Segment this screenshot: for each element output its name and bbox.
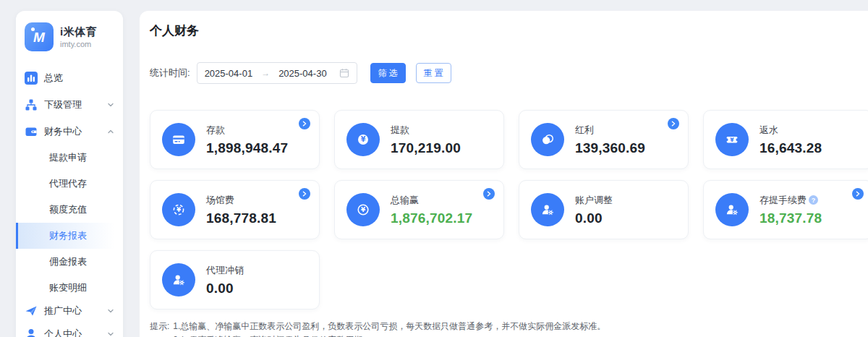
chevron-up-icon [107, 128, 114, 135]
page-title: 个人财务 [150, 22, 868, 39]
stat-card-venue-fee: ¥场馆费168,778.81 [150, 180, 320, 239]
date-range-input[interactable]: 2025-04-01 → 2025-04-30 [197, 62, 357, 84]
sidebar-subitem-2[interactable]: 额度充值 [16, 197, 123, 223]
card-value: 1,898,948.47 [206, 140, 288, 156]
chevron-right-icon[interactable] [299, 188, 310, 200]
sidebar-subitem-0[interactable]: 提款申请 [16, 145, 123, 171]
sidebar-item-label: 财务中心 [44, 125, 82, 138]
wallet-icon [25, 125, 38, 138]
stat-cards: 存款1,898,948.47¥提款170,219.00红利139,360.69¥… [150, 110, 868, 310]
sidebar-item-label: 个人中心 [44, 328, 82, 337]
stat-card-handling-fee: 存提手续费?18,737.78 [703, 180, 868, 239]
sidebar-subitem-4[interactable]: 佣金报表 [16, 249, 123, 275]
stat-card-bonus: 红利139,360.69 [519, 110, 689, 169]
brand-logo[interactable]: M i米体育 imty.com [16, 11, 123, 59]
coins-icon [531, 123, 564, 156]
card-label: 红利 [575, 124, 645, 137]
filter-bar: 统计时间: 2025-04-01 → 2025-04-30 筛选 重置 [150, 62, 868, 84]
range-arrow-icon: → [261, 68, 270, 78]
card-value: 0.00 [575, 210, 613, 226]
chevron-down-icon [107, 330, 114, 337]
chevron-right-icon[interactable] [299, 118, 310, 129]
help-icon[interactable]: ? [809, 195, 818, 205]
card-value: 0.00 [206, 281, 244, 297]
sidebar: M i米体育 imty.com 总览 下级管理 财务中心 [16, 11, 123, 337]
user-gear-icon [162, 263, 195, 297]
svg-text:¥: ¥ [730, 137, 734, 143]
stat-card-deposit: 存款1,898,948.47 [150, 110, 320, 169]
tip-line: 2.如需查看净输赢，查询时间需为月份的完整周期。 [173, 333, 623, 337]
stat-card-total-winloss: ¥总输赢1,876,702.17 [334, 180, 504, 239]
calendar-icon [339, 68, 349, 78]
reset-button[interactable]: 重置 [416, 63, 451, 83]
chevron-down-icon [107, 307, 114, 315]
card-value: 170,219.00 [391, 140, 461, 156]
sitemap-icon [25, 98, 38, 111]
svg-text:¥: ¥ [176, 206, 181, 213]
chevron-right-icon[interactable] [852, 188, 864, 200]
sidebar-item-label: 下级管理 [44, 98, 82, 111]
brand-logo-icon: M [25, 22, 54, 51]
stat-card-account-adjustment: 账户调整0.00 [519, 180, 689, 239]
bar-chart-icon [25, 72, 38, 85]
sidebar-subitem-3[interactable]: 财务报表 [16, 223, 123, 249]
card-label: 存款 [206, 124, 288, 137]
user-gear-icon [715, 193, 749, 226]
brand-name: i米体育 [60, 25, 97, 39]
finance-submenu: 提款申请代理代存额度充值财务报表佣金报表账变明细 [16, 145, 123, 301]
card-label: 存提手续费? [760, 194, 822, 207]
tip-line: 1.总输赢、净输赢中正数表示公司盈利，负数表示公司亏损，每天数据只做普通参考，并… [173, 320, 623, 333]
chevron-right-icon[interactable] [483, 188, 495, 200]
tips-lines: 1.总输赢、净输赢中正数表示公司盈利，负数表示公司亏损，每天数据只做普通参考，并… [173, 320, 623, 337]
card-value: 139,360.69 [575, 140, 645, 156]
main-content: 个人财务 统计时间: 2025-04-01 → 2025-04-30 筛选 重置… [140, 11, 868, 337]
sidebar-item-finance[interactable]: 财务中心 [16, 118, 123, 145]
tips: 提示: 1.总输赢、净输赢中正数表示公司盈利，负数表示公司亏损，每天数据只做普通… [150, 320, 868, 337]
sidebar-subitem-1[interactable]: 代理代存 [16, 171, 123, 197]
card-value: 16,643.28 [760, 140, 822, 156]
stat-card-withdrawal: ¥提款170,219.00 [334, 110, 504, 169]
yen-circle-icon: ¥ [346, 123, 380, 156]
chevron-right-icon[interactable] [668, 118, 679, 129]
sidebar-nav: 总览 下级管理 财务中心 提款申请代理代存额度充值财务报表佣金报表账变明细 [16, 64, 123, 337]
card-label: 总输赢 [391, 194, 472, 207]
chevron-down-icon [107, 101, 114, 108]
card-label: 场馆费 [206, 194, 276, 207]
brand-domain: imty.com [60, 40, 97, 48]
fee-coin-icon: ¥ [162, 193, 195, 226]
svg-text:¥: ¥ [361, 206, 365, 213]
card-label: 代理冲销 [206, 264, 244, 277]
bank-card-icon [162, 123, 195, 156]
user-gear-icon [531, 193, 564, 226]
sidebar-item-label: 总览 [44, 72, 63, 85]
ticket-icon: ¥ [715, 123, 749, 156]
end-date[interactable]: 2025-04-30 [278, 68, 327, 79]
card-value: 1,876,702.17 [391, 210, 472, 226]
card-label: 返水 [760, 124, 822, 137]
svg-text:¥: ¥ [361, 135, 366, 143]
start-date[interactable]: 2025-04-01 [205, 68, 253, 79]
filter-label: 统计时间: [150, 67, 190, 80]
card-value: 18,737.78 [760, 210, 822, 226]
card-label: 账户调整 [575, 194, 613, 207]
coin-yen-icon: ¥ [346, 193, 380, 226]
stat-card-rebate: ¥返水16,643.28 [703, 110, 868, 169]
sidebar-item-overview[interactable]: 总览 [16, 64, 123, 91]
card-label: 提款 [391, 124, 461, 137]
paper-plane-icon [25, 304, 38, 317]
sidebar-item-label: 推广中心 [44, 304, 82, 317]
sidebar-item-subordinate[interactable]: 下级管理 [16, 91, 123, 118]
card-value: 168,778.81 [206, 210, 276, 226]
sidebar-item-personal[interactable]: 个人中心 [16, 320, 123, 337]
stat-card-agent-writeoff: 代理冲销0.00 [150, 250, 320, 310]
tips-label: 提示: [150, 320, 169, 337]
filter-button[interactable]: 筛选 [370, 63, 406, 83]
person-icon [25, 328, 38, 337]
